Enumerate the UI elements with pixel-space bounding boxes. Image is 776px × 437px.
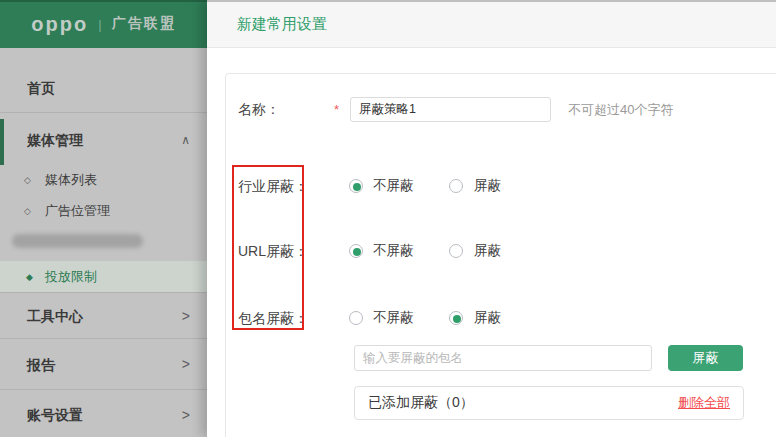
sidebar-item-adslot-management[interactable]: ◇ 广告位管理 <box>0 197 207 225</box>
radio-no-block[interactable] <box>349 311 363 325</box>
industry-block-row: 行业屏蔽： 不屏蔽 屏蔽 <box>226 176 776 196</box>
delete-all-link[interactable]: 删除全部 <box>678 394 730 412</box>
brand-separator-icon: | <box>98 17 101 32</box>
package-block-row: 包名屏蔽： 不屏蔽 屏蔽 <box>226 308 776 328</box>
radio-block-label[interactable]: 屏蔽 <box>474 308 501 328</box>
drawer-header: 新建常用设置 <box>207 0 776 48</box>
url-block-row: URL屏蔽： 不屏蔽 屏蔽 <box>226 241 776 261</box>
sidebar-item-report[interactable]: 报告 > <box>0 339 207 390</box>
added-blocks-box: 已添加屏蔽（0） 删除全部 <box>354 386 744 420</box>
sidebar-item-home[interactable]: 首页 <box>0 74 207 102</box>
name-input[interactable] <box>350 97 551 122</box>
radio-no-block[interactable] <box>349 244 363 258</box>
settings-drawer: 新建常用设置 名称： * 不可超过40个字符 行业屏蔽： 不屏蔽 <box>207 0 776 437</box>
sidebar: OPPO | 广告联盟 首页 媒体管理 ∧ ◇ 媒体列表 ◇ 广告位管理 <box>0 0 207 437</box>
chevron-up-icon: ∧ <box>181 126 190 154</box>
app-window: OPPO | 广告联盟 首页 媒体管理 ∧ ◇ 媒体列表 ◇ 广告位管理 <box>0 0 776 437</box>
oppo-logo: OPPO <box>31 14 88 34</box>
radio-block-label[interactable]: 屏蔽 <box>474 241 501 261</box>
radio-no-block-label[interactable]: 不屏蔽 <box>373 308 414 328</box>
block-button[interactable]: 屏蔽 <box>668 345 743 371</box>
radio-block-label[interactable]: 屏蔽 <box>474 176 501 196</box>
sidebar-item-media-list[interactable]: ◇ 媒体列表 <box>0 166 207 194</box>
diamond-outline-icon: ◇ <box>24 166 31 194</box>
chevron-right-icon: > <box>182 339 190 390</box>
package-block-label: 包名屏蔽： <box>238 308 308 328</box>
settings-form-card: 名称： * 不可超过40个字符 行业屏蔽： 不屏蔽 屏蔽 URL屏蔽： <box>225 73 776 437</box>
drawer-body: 名称： * 不可超过40个字符 行业屏蔽： 不屏蔽 屏蔽 URL屏蔽： <box>207 48 776 437</box>
radio-block[interactable] <box>449 244 463 258</box>
brand-suffix: 广告联盟 <box>112 15 176 33</box>
required-asterisk: * <box>334 96 339 123</box>
sidebar-item-delivery-restriction[interactable]: ◆ 投放限制 <box>0 261 207 293</box>
sidebar-divider <box>0 112 207 113</box>
diamond-filled-icon: ◆ <box>26 261 33 293</box>
sidebar-item-account-settings[interactable]: 账号设置 > <box>0 390 207 437</box>
url-block-label: URL屏蔽： <box>238 241 308 261</box>
sidebar-item-media-management[interactable]: 媒体管理 ∧ <box>0 126 207 154</box>
sidebar-item-tool-center[interactable]: 工具中心 > <box>0 293 207 339</box>
radio-no-block-label[interactable]: 不屏蔽 <box>373 176 414 196</box>
name-field-row: 名称： * 不可超过40个字符 <box>226 96 776 123</box>
name-hint: 不可超过40个字符 <box>568 96 673 123</box>
radio-no-block-label[interactable]: 不屏蔽 <box>373 241 414 261</box>
sidebar-nav: 首页 媒体管理 ∧ ◇ 媒体列表 ◇ 广告位管理 ◆ 投放限制 <box>0 48 207 437</box>
radio-no-block[interactable] <box>349 179 363 193</box>
name-label: 名称： <box>238 96 280 123</box>
page-title: 新建常用设置 <box>237 0 776 48</box>
diamond-outline-icon: ◇ <box>24 197 31 225</box>
package-input-row: 屏蔽 <box>226 345 776 371</box>
chevron-right-icon: > <box>182 390 190 437</box>
industry-block-label: 行业屏蔽： <box>238 176 308 196</box>
window-top-edge <box>0 0 776 2</box>
package-name-input[interactable] <box>354 345 652 371</box>
added-blocks-count: 已添加屏蔽（0） <box>368 394 474 412</box>
radio-block[interactable] <box>449 311 463 325</box>
radio-block[interactable] <box>449 179 463 193</box>
chevron-right-icon: > <box>182 293 190 339</box>
sidebar-brand-header: OPPO | 广告联盟 <box>0 0 207 48</box>
redacted-sidebar-item <box>12 234 143 248</box>
